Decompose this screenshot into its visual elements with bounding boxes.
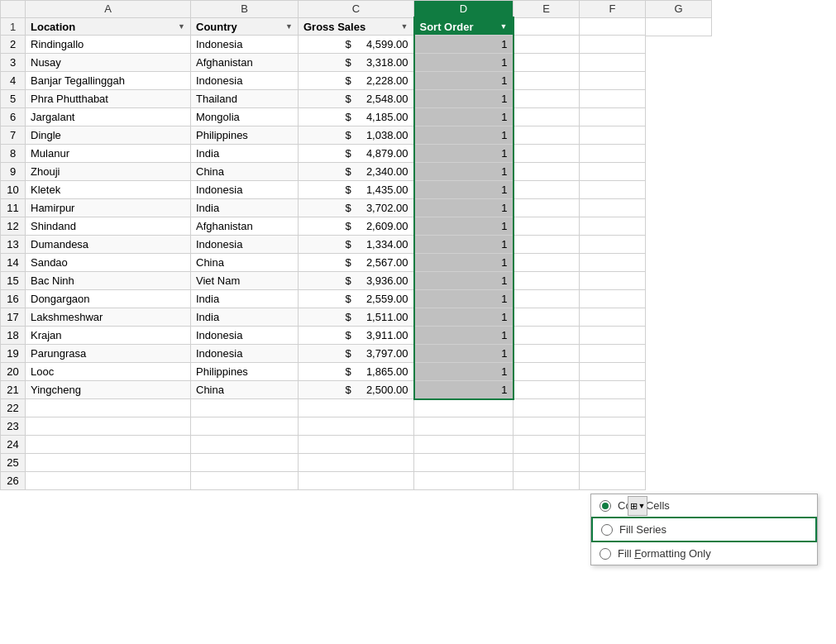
cell-f-25[interactable] [580,454,646,472]
cell-e1[interactable] [514,17,580,36]
cell-e-15[interactable] [514,272,580,290]
cell-c-13[interactable]: $ 1,334.00 [299,236,414,254]
col-header-e[interactable]: E [514,1,580,18]
cell-d-11[interactable]: 1 [414,199,514,217]
cell-d-22[interactable] [414,399,514,417]
cell-c-17[interactable]: $ 1,511.00 [299,308,414,327]
cell-a-12[interactable]: Shindand [26,217,191,236]
cell-a-2[interactable]: Rindingallo [26,36,191,54]
cell-e-25[interactable] [514,454,580,472]
cell-d-18[interactable]: 1 [414,327,514,345]
cell-b-22[interactable] [191,399,299,417]
cell-e-16[interactable] [514,290,580,308]
cell-c-8[interactable]: $ 4,879.00 [299,145,414,163]
cell-e-4[interactable] [514,72,580,90]
table-row[interactable]: 11HamirpurIndia$ 3,702.001 [1,199,646,217]
cell-a-14[interactable]: Sandao [26,254,191,272]
cell-a-6[interactable]: Jargalant [26,108,191,126]
cell-b-19[interactable]: Indonesia [191,345,299,363]
cell-c-21[interactable]: $ 2,500.00 [299,381,414,399]
table-row[interactable]: 20LoocPhilippines$ 1,865.001 [1,363,646,381]
cell-c-4[interactable]: $ 2,228.00 [299,72,414,90]
autofill-option-copy-cells[interactable]: Copy Cells [591,494,817,517]
cell-c-18[interactable]: $ 3,911.00 [299,327,414,345]
cell-b-16[interactable]: India [191,290,299,308]
cell-a-8[interactable]: Mulanur [26,145,191,163]
cell-a-18[interactable]: Krajan [26,327,191,345]
cell-a-23[interactable] [26,417,191,436]
table-row[interactable]: 9ZhoujiChina$ 2,340.001 [1,163,646,181]
table-row[interactable]: 4Banjar TegallinggahIndonesia$ 2,228.001 [1,72,646,90]
header-gross-sales[interactable]: Gross Sales ▼ [299,17,414,36]
cell-d-9[interactable]: 1 [414,163,514,181]
cell-b-12[interactable]: Afghanistan [191,217,299,236]
cell-d-13[interactable]: 1 [414,236,514,254]
cell-f-22[interactable] [580,399,646,417]
cell-b-25[interactable] [191,454,299,472]
cell-b-7[interactable]: Philippines [191,126,299,145]
location-dropdown-icon[interactable]: ▼ [178,22,185,31]
cell-c-24[interactable] [299,436,414,454]
cell-b-11[interactable]: India [191,199,299,217]
cell-c-7[interactable]: $ 1,038.00 [299,126,414,145]
cell-d-17[interactable]: 1 [414,308,514,327]
cell-a-15[interactable]: Bac Ninh [26,272,191,290]
cell-b-15[interactable]: Viet Nam [191,272,299,290]
cell-b-13[interactable]: Indonesia [191,236,299,254]
cell-e-5[interactable] [514,90,580,108]
cell-f-4[interactable] [580,72,646,90]
col-header-d[interactable]: D [414,1,514,18]
cell-e-10[interactable] [514,181,580,199]
cell-e-26[interactable] [514,472,580,490]
col-header-f[interactable]: F [580,1,646,18]
cell-b-23[interactable] [191,417,299,436]
table-row[interactable]: 18KrajanIndonesia$ 3,911.001 [1,327,646,345]
cell-e-11[interactable] [514,199,580,217]
cell-f-16[interactable] [580,290,646,308]
cell-f-5[interactable] [580,90,646,108]
autofill-option-fill-formatting[interactable]: Fill Formatting Only [591,542,817,565]
table-row[interactable]: 21YingchengChina$ 2,500.001 [1,381,646,399]
table-row[interactable]: 3NusayAfghanistan$ 3,318.001 [1,54,646,72]
cell-c-22[interactable] [299,399,414,417]
cell-b-8[interactable]: India [191,145,299,163]
cell-c-14[interactable]: $ 2,567.00 [299,254,414,272]
cell-f-2[interactable] [580,36,646,54]
cell-d-21[interactable]: 1 [414,381,514,399]
cell-d-23[interactable] [414,417,514,436]
cell-a-17[interactable]: Lakshmeshwar [26,308,191,327]
cell-c-15[interactable]: $ 3,936.00 [299,272,414,290]
cell-a-16[interactable]: Dongargaon [26,290,191,308]
table-row[interactable]: 12ShindandAfghanistan$ 2,609.001 [1,217,646,236]
cell-d-4[interactable]: 1 [414,72,514,90]
cell-e-18[interactable] [514,327,580,345]
cell-e-23[interactable] [514,417,580,436]
cell-a-11[interactable]: Hamirpur [26,199,191,217]
cell-d-7[interactable]: 1 [414,126,514,145]
cell-e-8[interactable] [514,145,580,163]
cell-f-24[interactable] [580,436,646,454]
cell-c-10[interactable]: $ 1,435.00 [299,181,414,199]
cell-g1[interactable] [646,17,712,36]
cell-b-17[interactable]: India [191,308,299,327]
cell-b-26[interactable] [191,472,299,490]
cell-e-6[interactable] [514,108,580,126]
cell-c-25[interactable] [299,454,414,472]
cell-f-17[interactable] [580,308,646,327]
cell-f1[interactable] [580,17,646,36]
cell-f-3[interactable] [580,54,646,72]
cell-d-15[interactable]: 1 [414,272,514,290]
cell-e-7[interactable] [514,126,580,145]
cell-c-9[interactable]: $ 2,340.00 [299,163,414,181]
cell-f-23[interactable] [580,417,646,436]
cell-d-6[interactable]: 1 [414,108,514,126]
cell-a-3[interactable]: Nusay [26,54,191,72]
cell-b-20[interactable]: Philippines [191,363,299,381]
cell-c-26[interactable] [299,472,414,490]
cell-e-13[interactable] [514,236,580,254]
cell-e-3[interactable] [514,54,580,72]
cell-d-26[interactable] [414,472,514,490]
cell-e-9[interactable] [514,163,580,181]
cell-a-19[interactable]: Parungrasa [26,345,191,363]
country-dropdown-icon[interactable]: ▼ [285,22,293,31]
